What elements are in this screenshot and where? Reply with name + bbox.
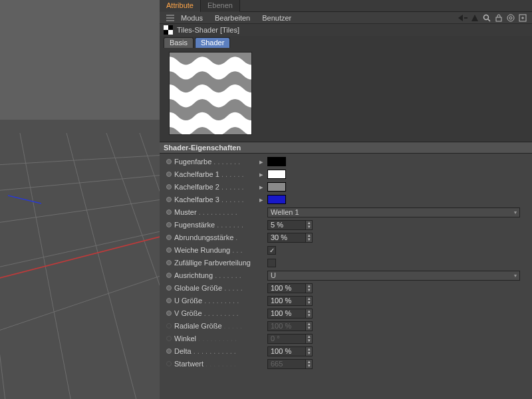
row-fugenstaerke: Fugenstärke . . . . . . . 5 % ▴▾ — [166, 219, 529, 231]
row-delta: Delta . . . . . . . . . . . 100 % ▴▾ — [166, 345, 529, 357]
label-u-groesse: U Größe . . . . . . . . . — [174, 297, 259, 305]
menu-bearbeiten[interactable]: Bearbeiten — [215, 14, 250, 22]
anim-dot — [166, 323, 172, 329]
input-radiale-groesse: 100 % — [267, 321, 306, 331]
dropdown-muster[interactable]: Wellen 1▾ — [267, 207, 520, 217]
input-winkel: 0 ° — [267, 334, 306, 344]
label-v-groesse: V Größe . . . . . . . . . — [174, 309, 259, 317]
svg-point-22 — [509, 17, 512, 19]
anim-dot[interactable] — [166, 311, 172, 316]
row-v-groesse: V Größe . . . . . . . . . 100 % ▴▾ — [166, 307, 529, 319]
row-kachelfarbe1: Kachelfarbe 1 . . . . . . ▸ — [166, 168, 529, 180]
anim-dot[interactable] — [166, 247, 172, 253]
svg-line-19 — [488, 19, 490, 21]
new-window-icon[interactable] — [517, 13, 528, 23]
anim-dot[interactable] — [166, 285, 172, 291]
input-globale-groesse[interactable]: 100 % — [267, 283, 306, 293]
object-title: Tiles-Shader [Tiles] — [177, 26, 239, 34]
stepper-abrundungsstaerke[interactable]: ▴▾ — [306, 233, 313, 243]
svg-rect-1 — [0, 120, 160, 399]
nav-up-icon[interactable] — [469, 13, 480, 23]
menu-modus[interactable]: Modus — [181, 14, 203, 22]
anim-dot[interactable] — [166, 159, 172, 164]
row-zufall-farb: Zufällige Farbverteilung — [166, 257, 529, 269]
anim-dot[interactable] — [166, 209, 172, 215]
anim-dot[interactable] — [166, 197, 172, 202]
expand-arrow-icon[interactable]: ▸ — [259, 170, 263, 179]
viewport-3d[interactable] — [0, 0, 160, 399]
svg-marker-17 — [471, 15, 478, 21]
svg-rect-0 — [0, 0, 160, 120]
nav-back-icon[interactable] — [458, 13, 468, 23]
swatch-kachelfarbe3[interactable] — [267, 195, 286, 204]
subtab-basis[interactable]: Basis — [164, 37, 194, 48]
label-delta: Delta . . . . . . . . . . . — [174, 347, 259, 355]
shader-preview[interactable] — [169, 52, 252, 135]
checkbox-zufall-farb[interactable] — [267, 259, 276, 267]
lock-icon[interactable] — [493, 13, 504, 23]
checkbox-weiche-rundung[interactable]: ✓ — [267, 246, 276, 255]
stepper-delta[interactable]: ▴▾ — [306, 346, 313, 356]
label-ausrichtung: Ausrichtung . . . . . . . — [174, 271, 259, 279]
row-kachelfarbe2: Kachelfarbe 2 . . . . . . ▸ — [166, 181, 529, 193]
subtab-shader[interactable]: Shader — [195, 37, 230, 48]
row-radiale-groesse: Radiale Größe . . . . . 100 % ▴▾ — [166, 320, 529, 332]
input-fugenstaerke[interactable]: 5 % — [267, 220, 306, 230]
stepper-startwert: ▴▾ — [306, 359, 313, 369]
label-abrundungsstaerke: Abrundungsstärke . — [174, 233, 259, 241]
object-title-row: Tiles-Shader [Tiles] — [160, 24, 532, 36]
target-icon[interactable] — [505, 13, 516, 23]
chevron-down-icon: ▾ — [514, 209, 517, 215]
tiles-shader-icon — [164, 25, 173, 35]
expand-arrow-icon[interactable]: ▸ — [259, 196, 263, 204]
properties-list: Fugenfarbe . . . . . . . ▸ Kachelfarbe 1… — [160, 154, 532, 376]
row-winkel: Winkel . . . . . . . . . . 0 ° ▴▾ — [166, 332, 529, 344]
tab-attribute[interactable]: Attribute — [160, 0, 201, 12]
label-kachelfarbe3: Kachelfarbe 3 . . . . . . — [174, 196, 259, 203]
expand-arrow-icon[interactable]: ▸ — [259, 158, 263, 166]
input-abrundungsstaerke[interactable]: 30 % — [267, 233, 306, 243]
input-delta[interactable]: 100 % — [267, 346, 306, 356]
anim-dot[interactable] — [166, 298, 172, 303]
section-header: Shader-Eigenschaften — [160, 142, 532, 154]
dropdown-ausrichtung[interactable]: U▾ — [267, 271, 520, 281]
stepper-fugenstaerke[interactable]: ▴▾ — [306, 220, 313, 230]
row-ausrichtung: Ausrichtung . . . . . . . U▾ — [166, 269, 529, 281]
stepper-globale-groesse[interactable]: ▴▾ — [306, 283, 313, 293]
tab-ebenen[interactable]: Ebenen — [201, 0, 240, 12]
input-v-groesse[interactable]: 100 % — [267, 309, 306, 319]
label-fugenstaerke: Fugenstärke . . . . . . . — [174, 221, 259, 229]
anim-dot[interactable] — [166, 172, 172, 177]
anim-dot[interactable] — [166, 222, 172, 227]
label-weiche-rundung: Weiche Rundung . . . — [174, 246, 259, 254]
anim-dot[interactable] — [166, 273, 172, 278]
swatch-kachelfarbe1[interactable] — [267, 170, 286, 179]
swatch-kachelfarbe2[interactable] — [267, 182, 286, 192]
anim-dot[interactable] — [166, 348, 172, 354]
panel-tabs: Attribute Ebenen — [160, 0, 532, 12]
label-fugenfarbe: Fugenfarbe . . . . . . . — [174, 158, 259, 166]
search-icon[interactable] — [481, 13, 492, 23]
label-startwert: Startwert . . . . . . . . — [174, 360, 259, 368]
attribute-menubar: Modus Bearbeiten Benutzer — [160, 12, 532, 24]
expand-arrow-icon[interactable]: ▸ — [259, 183, 263, 192]
row-muster: Muster . . . . . . . . . . Wellen 1▾ — [166, 206, 529, 218]
row-fugenfarbe: Fugenfarbe . . . . . . . ▸ — [166, 156, 529, 168]
menu-benutzer[interactable]: Benutzer — [262, 14, 291, 22]
grid-3d — [0, 0, 160, 399]
stepper-u-groesse[interactable]: ▴▾ — [306, 296, 313, 306]
anim-dot[interactable] — [166, 235, 172, 240]
row-startwert: Startwert . . . . . . . . 665 ▴▾ — [166, 358, 529, 370]
row-globale-groesse: Globale Größe . . . . . 100 % ▴▾ — [166, 282, 529, 294]
input-u-groesse[interactable]: 100 % — [267, 296, 306, 306]
anim-dot[interactable] — [166, 184, 172, 190]
row-abrundungsstaerke: Abrundungsstärke . 30 % ▴▾ — [166, 231, 529, 243]
label-muster: Muster . . . . . . . . . . — [174, 208, 259, 216]
preview-area — [160, 48, 532, 142]
label-globale-groesse: Globale Größe . . . . . — [174, 284, 259, 292]
stepper-v-groesse[interactable]: ▴▾ — [306, 309, 313, 319]
menu-icon[interactable] — [165, 13, 176, 23]
anim-dot[interactable] — [166, 260, 172, 265]
svg-rect-20 — [496, 17, 501, 21]
swatch-fugenfarbe[interactable] — [267, 157, 286, 166]
